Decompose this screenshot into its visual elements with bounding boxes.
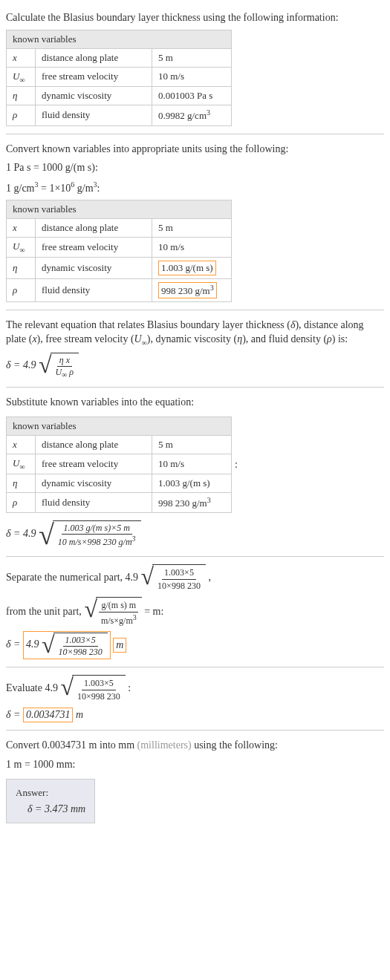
table-row: ρ fluid density 998 230 g/m3	[7, 279, 231, 301]
colon: :	[235, 459, 238, 471]
step2-line2: 1 Pa s = 1000 g/(m s):	[6, 160, 384, 175]
table-row: η dynamic viscosity 1.003 g/(m s)	[7, 474, 231, 492]
highlighted-value: 0.0034731	[23, 708, 74, 722]
table-row: U∞ free stream velocity 10 m/s	[7, 454, 231, 474]
divider	[6, 556, 384, 557]
table-row: U∞ free stream velocity 10 m/s	[7, 238, 231, 257]
table-header: known variables	[7, 200, 231, 218]
equation-evaluated: δ = 0.0034731 m	[6, 708, 384, 722]
answer-label: Answer:	[16, 787, 85, 799]
step2-line1: Convert known variables into appropriate…	[6, 142, 384, 157]
known-variables-table-2: known variables x distance along plate 5…	[6, 200, 232, 302]
known-variables-table-3: known variables x distance along plate 5…	[6, 416, 232, 513]
table-row: ρ fluid density 998 230 g/m3	[7, 493, 231, 512]
divider	[6, 730, 384, 731]
equation-delta: δ = 4.9 √ η x U∞ ρ	[6, 353, 384, 379]
divider	[6, 310, 384, 310]
table-row: x distance along plate 5 m	[7, 219, 231, 237]
step5-line1: Separate the numerical part, 4.9 √ 1.003…	[6, 564, 384, 592]
highlighted-value: 4.9 √ 1.003×5 10×998 230	[23, 631, 111, 659]
divider	[6, 387, 384, 388]
table-row: U∞ free stream velocity 10 m/s	[7, 68, 231, 87]
step7-line1: Convert 0.0034731 m into mm (millimeters…	[6, 738, 384, 753]
gray-text: (millimeters)	[137, 739, 192, 751]
table-header: known variables	[7, 417, 231, 435]
known-variables-table-1: known variables x distance along plate 5…	[6, 30, 232, 126]
step2-line3: 1 g/cm3 = 1×106 g/m3:	[6, 180, 384, 195]
table-row: η dynamic viscosity 0.001003 Pa s	[7, 87, 231, 105]
table-row: x distance along plate 5 m	[7, 436, 231, 454]
step5-line2: from the unit part, √ g/(m s) m m/s×g/m3…	[6, 597, 384, 627]
answer-box: Answer: δ = 3.473 mm	[6, 779, 95, 823]
highlighted-value: m	[113, 638, 126, 653]
equation-substituted: δ = 4.9 √ 1.003 g/(m s)×5 m 10 m/s×998 2…	[6, 520, 384, 549]
table-row: ρ fluid density 0.9982 g/cm3	[7, 105, 231, 125]
table-header: known variables	[7, 30, 231, 48]
divider	[6, 134, 384, 134]
table-row: η dynamic viscosity 1.003 g/(m s)	[7, 258, 231, 278]
step3-text: The relevant equation that relates Blasi…	[6, 318, 384, 348]
highlighted-value: 1.003 g/(m s)	[158, 261, 216, 275]
equation-separated: δ = 4.9 √ 1.003×5 10×998 230 m	[6, 631, 384, 659]
answer-value: δ = 3.473 mm	[16, 803, 85, 815]
divider	[6, 667, 384, 667]
step4-text: Substitute known variables into the equa…	[6, 395, 384, 410]
table-row: x distance along plate 5 m	[7, 49, 231, 67]
intro-text: Calculate the Blasius boundary layer thi…	[6, 10, 384, 25]
step7-line2: 1 m = 1000 mm:	[6, 757, 384, 772]
step6-line1: Evaluate 4.9 √ 1.003×5 10×998 230 :	[6, 675, 384, 703]
highlighted-value: 998 230 g/m3	[158, 282, 217, 298]
